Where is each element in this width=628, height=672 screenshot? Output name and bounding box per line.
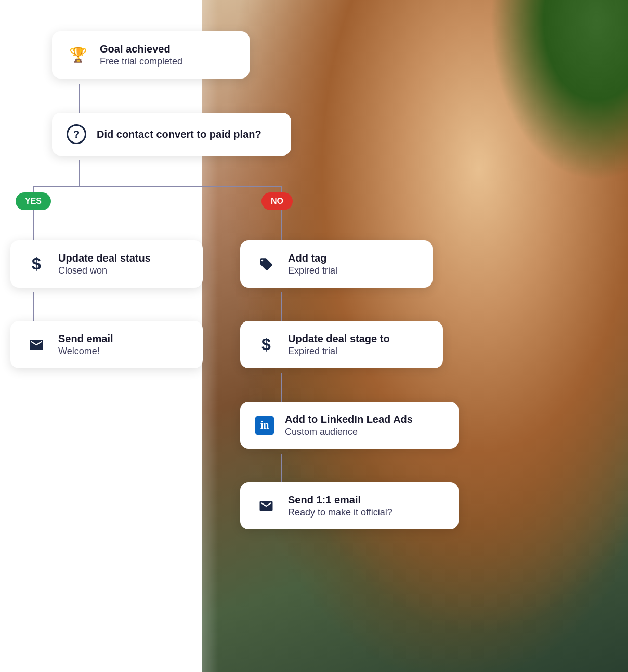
connector-3	[33, 292, 34, 321]
linkedin-title: Add to LinkedIn Lead Ads	[285, 413, 413, 425]
no-badge: NO	[261, 192, 293, 216]
connector-2	[79, 160, 80, 186]
update-deal-status-title: Update deal status	[58, 252, 151, 264]
trophy-icon: 🏆	[67, 44, 89, 67]
branch-h-line	[33, 186, 282, 187]
goal-subtitle: Free trial completed	[100, 56, 182, 67]
send-email-welcome-card: Send email Welcome!	[10, 321, 203, 368]
tag-icon	[255, 253, 278, 276]
plants-decoration	[472, 0, 628, 208]
send-email-official-title: Send 1:1 email	[288, 494, 392, 506]
linkedin-subtitle: Custom audience	[285, 427, 413, 437]
update-deal-stage-subtitle: Expired trial	[288, 346, 390, 357]
connector-yes	[33, 214, 34, 240]
dollar-icon-1: $	[25, 253, 48, 276]
add-tag-subtitle: Expired trial	[288, 265, 337, 276]
send-email-welcome-title: Send email	[58, 332, 113, 345]
linkedin-icon: in	[255, 416, 274, 435]
add-tag-card: Add tag Expired trial	[240, 240, 433, 288]
send-email-welcome-subtitle: Welcome!	[58, 346, 113, 357]
dollar-icon-2: $	[255, 333, 278, 356]
linkedin-card: in Add to LinkedIn Lead Ads Custom audie…	[240, 402, 459, 449]
update-deal-status-subtitle: Closed won	[58, 265, 151, 276]
email-icon-1	[25, 333, 48, 356]
goal-title: Goal achieved	[100, 43, 182, 55]
email-icon-2	[255, 495, 278, 518]
add-tag-title: Add tag	[288, 252, 337, 264]
connector-4	[281, 292, 282, 321]
condition-card: ? Did contact convert to paid plan?	[52, 113, 291, 156]
connector-6	[281, 454, 282, 482]
connector-5	[281, 373, 282, 402]
goal-card: 🏆 Goal achieved Free trial completed	[52, 31, 250, 79]
update-deal-stage-card: $ Update deal stage to Expired trial	[240, 321, 443, 368]
send-email-official-subtitle: Ready to make it official?	[288, 507, 392, 518]
condition-title: Did contact convert to paid plan?	[97, 128, 261, 140]
update-deal-status-card: $ Update deal status Closed won	[10, 240, 203, 288]
update-deal-stage-title: Update deal stage to	[288, 332, 390, 345]
connector-no	[281, 214, 282, 240]
yes-badge: YES	[16, 192, 51, 216]
connector-1	[79, 84, 80, 113]
send-email-official-card: Send 1:1 email Ready to make it official…	[240, 482, 459, 529]
question-icon: ?	[67, 124, 86, 144]
